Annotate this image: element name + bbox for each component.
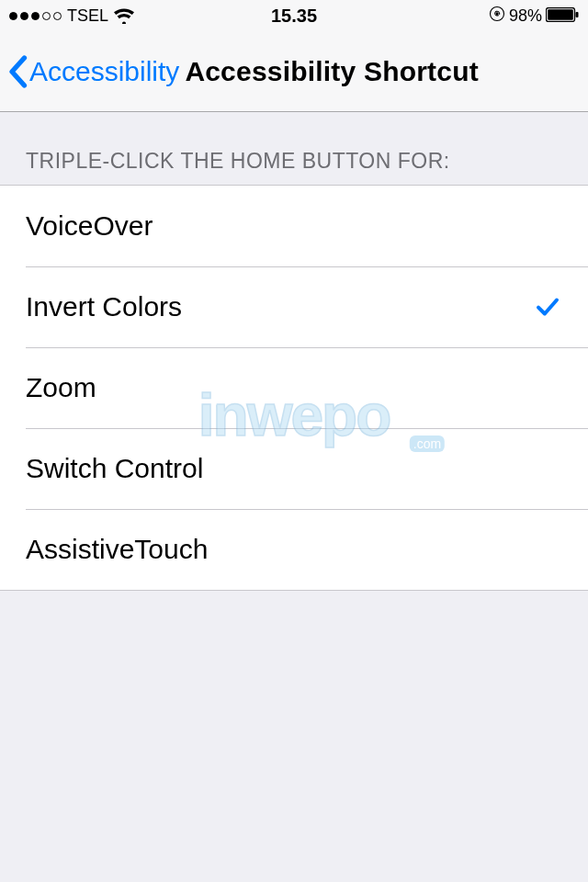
wifi-icon [114,7,134,24]
option-label: Invert Colors [26,291,533,322]
page-title: Accessibility Shortcut [185,56,479,87]
checkmark-icon [533,293,562,321]
option-label: VoiceOver [26,210,562,242]
status-right: 98% [489,6,579,27]
back-button[interactable]: Accessibility [7,55,179,88]
option-voiceover[interactable]: VoiceOver [0,186,588,266]
carrier-label: TSEL [67,6,108,26]
option-switch-control[interactable]: Switch Control [0,428,588,509]
back-label: Accessibility [29,56,179,87]
svg-rect-3 [548,9,573,20]
status-bar: TSEL 15.35 98% [0,0,588,31]
chevron-left-icon [7,55,28,88]
option-assistivetouch[interactable]: AssistiveTouch [0,509,588,590]
option-label: AssistiveTouch [26,534,562,565]
signal-strength-icon [9,12,62,20]
option-label: Switch Control [26,453,562,484]
status-left: TSEL [9,6,134,26]
section-header: TRIPLE-CLICK THE HOME BUTTON FOR: [0,112,588,185]
option-invert-colors[interactable]: Invert Colors [0,266,588,347]
option-zoom[interactable]: Zoom [0,347,588,428]
option-label: Zoom [26,372,562,403]
nav-bar: Accessibility Accessibility Shortcut [0,31,588,112]
battery-icon [546,6,579,27]
battery-percent: 98% [509,6,542,26]
options-list: VoiceOver Invert Colors Zoom Switch Cont… [0,185,588,591]
svg-rect-4 [576,12,579,17]
status-time: 15.35 [271,6,317,27]
rotation-lock-icon [489,6,505,27]
